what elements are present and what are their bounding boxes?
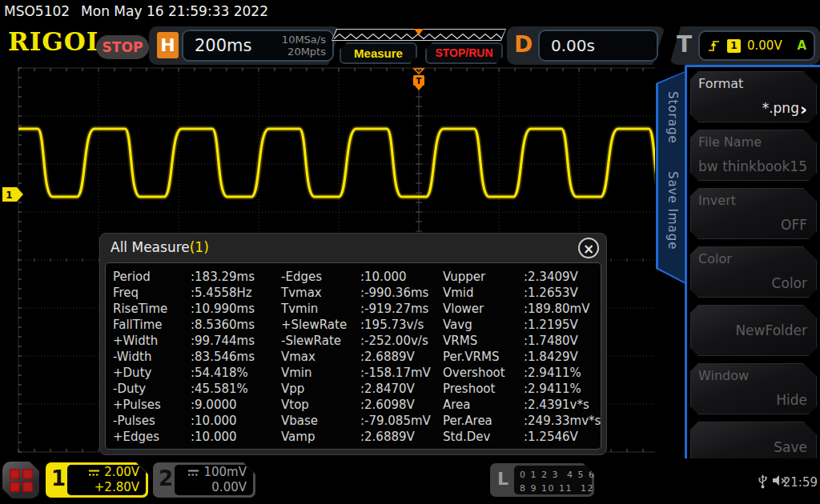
chevron-right-icon: ›: [800, 99, 807, 119]
logic-label: L: [497, 469, 508, 489]
delay-box[interactable]: 0.00s: [538, 30, 658, 62]
measure-value: :-990.36ms: [360, 286, 443, 302]
measure-value: :9.0000: [191, 398, 281, 414]
measure-value: :189.80mV: [524, 302, 601, 318]
menu-value: *.png: [762, 100, 799, 116]
trigger-source-badge: 1: [727, 39, 741, 53]
trigger-box[interactable]: 1 0.00V A: [698, 30, 815, 61]
measure-value: :99.744ms: [191, 334, 281, 350]
storage-menu-panel: Storage Save Image Format *.png› File Na…: [655, 64, 820, 504]
logic-channels-badge[interactable]: L 0 1 2 3 4 5 6 7 8 9 10 11 12 13 14 15: [490, 463, 594, 497]
channel1-offset: +2.80V: [94, 480, 139, 495]
menu-value: Save: [774, 439, 807, 455]
measure-label: -SlewRate: [281, 334, 360, 350]
measure-value: :5.4558Hz: [191, 286, 281, 302]
channel1-badge[interactable]: 1 2.00V +2.80V: [46, 462, 148, 498]
logic-channels-row2: 8 9 10 11 12 13 14 15: [520, 482, 592, 495]
red-square: [10, 482, 20, 492]
measure-value: :2.9411%: [524, 366, 601, 382]
menu-button-window[interactable]: Window Hide: [690, 363, 817, 414]
memory-position-marker[interactable]: [414, 29, 424, 35]
logic-channels-row1: 0 1 2 3 4 5 6 7: [520, 468, 592, 482]
close-icon: ×: [583, 241, 594, 257]
measure-value: :-79.085mV: [360, 414, 443, 430]
menu-label: Invert: [698, 193, 736, 208]
desktop-menu-icon[interactable]: [2, 462, 39, 498]
measure-label: Tvmin: [281, 302, 360, 318]
red-square: [22, 469, 33, 479]
tab-storage[interactable]: Storage: [665, 91, 680, 144]
channel-status-bar: 1 2.00V +2.80V 2 100mV 0.00V L 0 1 2 3 4…: [0, 458, 820, 504]
measure-value: :2.4391v*s: [524, 398, 601, 414]
measure-label: Area: [443, 398, 524, 414]
menu-button-new-folder[interactable]: NewFolder: [690, 305, 817, 356]
measure-label: Vmax: [281, 350, 360, 366]
menu-label: Format: [698, 76, 743, 91]
measure-value: :45.581%: [191, 382, 281, 398]
menu-value: NewFolder: [735, 322, 807, 338]
measure-label: +Pulses: [113, 398, 191, 414]
trigger-level: 0.00V: [747, 38, 782, 53]
measure-label: Overshoot: [443, 366, 524, 382]
measure-label: Vmin: [281, 366, 360, 382]
dc-coupling-icon: [88, 469, 100, 477]
measure-value: :-158.17mV: [360, 366, 443, 382]
red-square: [22, 482, 33, 492]
menu-button-file-name[interactable]: File Name bw thinkbook15: [690, 130, 817, 181]
measure-value: :10.000: [191, 414, 281, 430]
menu-value: Hide: [776, 392, 807, 408]
tab-save-image[interactable]: Save Image: [665, 171, 680, 250]
measure-value: :1.8429V: [524, 350, 601, 366]
measure-label: Vlower: [443, 302, 524, 318]
measure-label: Vamp: [281, 430, 360, 446]
menu-button-format[interactable]: Format *.png›: [690, 71, 817, 122]
measure-label: +Duty: [113, 366, 191, 382]
trigger-rising-edge-icon: [707, 40, 721, 52]
clock: 21:59: [783, 475, 818, 490]
measure-label: Tvmax: [281, 286, 360, 302]
menu-button-invert[interactable]: Invert OFF: [690, 188, 817, 239]
measure-value: :195.73v/s: [360, 318, 443, 334]
measure-value: :249.33mv*s: [524, 414, 601, 430]
measure-label: FallTime: [113, 318, 191, 334]
usb-icon: [758, 474, 768, 489]
timebase-box[interactable]: 200ms 10MSa/s20Mpts: [182, 30, 334, 62]
measure-value: :2.8470V: [360, 382, 443, 398]
channel2-badge[interactable]: 2 100mV 0.00V: [153, 462, 255, 498]
measure-button[interactable]: Measure: [340, 42, 417, 64]
popup-title: All Measure(1): [111, 239, 209, 255]
menu-value: OFF: [781, 217, 807, 233]
measure-label: -Edges: [281, 270, 360, 286]
close-button[interactable]: ×: [578, 238, 599, 258]
measure-value: :2.6889V: [360, 430, 443, 446]
measure-value: :10.000: [360, 270, 443, 286]
measure-value: :2.9411%: [524, 382, 601, 398]
measure-value: :2.6889V: [360, 350, 443, 366]
measure-label: -Duty: [113, 382, 191, 398]
measure-value: :10.990ms: [191, 302, 281, 318]
channel1-number: 1: [51, 466, 66, 490]
acquisition-info: 10MSa/s20Mpts: [282, 34, 332, 58]
all-measure-popup: All Measure(1) × Period:183.29ms-Edges:1…: [99, 233, 607, 455]
measure-label: RiseTime: [113, 302, 191, 318]
trigger-system-label: T: [677, 31, 692, 58]
menu-button-color[interactable]: Color Color: [690, 246, 817, 298]
measure-value: :54.418%: [191, 366, 281, 382]
timebase-value: 200ms: [195, 36, 251, 55]
measure-value: :1.2195V: [524, 318, 601, 334]
measure-value: :-919.27ms: [360, 302, 443, 318]
measure-label: Vmid: [443, 286, 524, 302]
oscilloscope-screen: T1 MSO5102Mon May 16 21:59:33 2022 RIGOL…: [0, 0, 820, 504]
status-bar: MSO5102Mon May 16 21:59:33 2022: [4, 3, 268, 19]
run-state-badge: STOP: [96, 35, 149, 59]
measure-value: :2.6098V: [360, 398, 443, 414]
measure-label: Std.Dev: [443, 430, 524, 446]
measure-label: Vavg: [443, 318, 524, 334]
measure-value: :1.2546V: [524, 430, 601, 446]
channel2-number: 2: [159, 466, 173, 490]
measure-label: Freq: [113, 286, 191, 302]
red-square: [10, 469, 20, 479]
measure-value: :1.7480V: [524, 334, 601, 350]
measure-label: Vtop: [281, 398, 360, 414]
stop-run-button[interactable]: STOP/RUN: [425, 42, 503, 64]
